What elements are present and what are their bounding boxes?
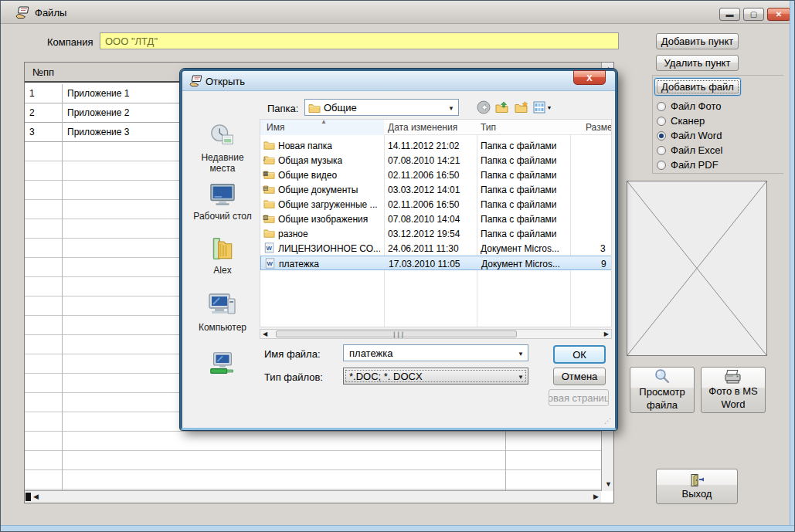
file-name: Общие изображения <box>278 214 368 225</box>
file-date: 07.08.2010 14:04 <box>388 214 460 225</box>
close-icon: X <box>586 73 592 83</box>
file-row[interactable]: ▦ Общие видео 02.11.2006 16:50 Папка с ф… <box>260 168 612 182</box>
file-name: разное <box>278 229 308 239</box>
row-name: Приложение 3 <box>67 127 129 137</box>
file-type: Папка с файлами <box>481 185 557 195</box>
radio-file-photo[interactable]: Файл Фото <box>657 100 721 112</box>
file-row[interactable]: ♪ Общая музыка 07.08.2010 14:21 Папка с … <box>260 153 612 168</box>
company-input[interactable]: ООО "ЛТД" <box>100 32 619 49</box>
sidebar-item-network[interactable] <box>187 351 258 379</box>
delete-item-button[interactable]: Удалить пункт <box>656 55 739 71</box>
scroll-right-icon[interactable]: ▶ <box>593 493 599 500</box>
radio-scanner[interactable]: Сканер <box>657 115 705 127</box>
user-folder-icon <box>209 236 236 261</box>
file-list-horizontal-scrollbar[interactable]: ◀ ┃┃┃ ▶ <box>260 329 612 339</box>
file-type-combobox[interactable]: *.DOC; *. DOCX ▼ <box>343 368 528 385</box>
file-name: Общая музыка <box>278 155 342 166</box>
file-name: Общие загруженные ... <box>278 199 378 210</box>
computer-icon <box>207 292 238 318</box>
chevron-down-icon: ▼ <box>518 374 524 381</box>
folder-combobox[interactable]: Общие ▼ <box>304 99 459 116</box>
sidebar-item-desktop[interactable]: Рабочий стол <box>187 182 258 222</box>
radio-label: Файл Фото <box>671 100 721 112</box>
back-button[interactable] <box>476 100 491 115</box>
table-empty-row <box>25 451 601 470</box>
file-row-selected[interactable]: платежка 17.03.2010 11:05 Документ Micro… <box>260 256 612 270</box>
scrollbar-thumb[interactable]: ┃┃┃ <box>276 330 517 337</box>
add-item-button[interactable]: Добавить пункт <box>656 33 739 49</box>
header-size[interactable]: Размер <box>586 122 612 133</box>
film-icon: ▦ <box>263 171 269 177</box>
file-row[interactable]: ▤ Общие документы 03.03.2012 14:01 Папка… <box>260 182 612 197</box>
scroll-down-icon[interactable]: ▼ <box>605 481 612 488</box>
row-num: 1 <box>29 88 35 99</box>
file-name-combobox[interactable]: платежка ▼ <box>343 344 528 361</box>
minimize-button[interactable]: ▬ <box>719 8 740 21</box>
photo-word-label-2: Word <box>722 399 746 411</box>
radio-file-excel[interactable]: Файл Excel <box>657 144 722 156</box>
ok-button[interactable]: ОК <box>553 345 606 364</box>
file-date: 17.03.2010 11:05 <box>389 259 460 269</box>
scroll-left-icon[interactable]: ◀ <box>33 493 39 500</box>
file-date: 14.11.2012 21:02 <box>388 141 460 151</box>
radio-icon <box>657 117 666 126</box>
file-name: ЛИЦЕНЗИОННОЕ СО... <box>278 243 380 254</box>
views-icon <box>533 101 545 114</box>
open-file-dialog: Открыть X Папка: Общие ▼ ▼ Недавниеместа… <box>180 69 617 430</box>
preview-file-button[interactable]: Просмотр файла <box>630 367 695 413</box>
dialog-close-button[interactable]: X <box>573 70 606 85</box>
photo-to-word-button[interactable]: Фото в MS Word <box>701 367 766 413</box>
maximize-icon: ▢ <box>750 11 757 19</box>
file-row[interactable]: Новая папка 14.11.2012 21:02 Папка с фай… <box>260 138 612 153</box>
table-horizontal-scrollbar[interactable]: ◀ ▶ <box>25 490 601 503</box>
file-date: 03.12.2012 19:54 <box>388 229 460 239</box>
folder-icon <box>263 140 275 151</box>
views-menu-button[interactable]: ▼ <box>532 100 552 115</box>
radio-file-pdf[interactable]: Файл PDF <box>657 159 719 171</box>
scrollbar-thumb[interactable] <box>25 493 31 501</box>
scrollbar-grip-icon: ┃┃┃ <box>392 332 405 338</box>
resize-grip-icon[interactable]: ⋰ <box>604 417 612 425</box>
dialog-icon <box>189 75 203 86</box>
sidebar-item-recent-places[interactable]: Недавниеместа <box>187 124 258 175</box>
file-type: Папка с файлами <box>481 170 557 181</box>
sidebar-label: Недавние <box>201 152 243 163</box>
sidebar-item-user[interactable]: Alex <box>187 236 258 276</box>
file-date: 02.11.2006 16:50 <box>388 170 460 181</box>
scroll-right-icon[interactable]: ▶ <box>604 331 609 337</box>
header-date[interactable]: Дата изменения <box>388 122 457 133</box>
header-type[interactable]: Тип <box>481 122 496 133</box>
header-name[interactable]: Имя <box>267 122 284 133</box>
ok-label: ОК <box>572 349 586 361</box>
file-name-value: платежка <box>349 347 392 359</box>
table-empty-row <box>25 470 601 490</box>
maximize-button[interactable]: ▢ <box>743 8 764 21</box>
up-level-button[interactable] <box>494 100 510 115</box>
placeholder-cross-icon <box>627 181 766 355</box>
file-row[interactable]: Общие загруженные ... 02.11.2006 16:50 П… <box>260 197 612 212</box>
add-file-button[interactable]: Добавить файл <box>654 78 741 96</box>
scroll-left-icon[interactable]: ◀ <box>263 331 267 337</box>
file-row[interactable]: ▨ Общие изображения 07.08.2010 14:04 Пап… <box>260 212 612 226</box>
exit-button[interactable]: Выход <box>656 469 738 504</box>
window-border-right <box>790 1 794 532</box>
exit-label: Выход <box>682 489 712 500</box>
chevron-down-icon: ▼ <box>448 106 454 112</box>
new-folder-icon <box>515 101 528 114</box>
cancel-button[interactable]: Отмена <box>553 368 606 385</box>
close-button[interactable]: ✕ <box>767 8 790 21</box>
file-name: Общие документы <box>278 185 358 195</box>
radio-file-word[interactable]: Файл Word <box>657 130 722 141</box>
new-folder-button[interactable] <box>514 100 529 115</box>
file-row[interactable]: ЛИЦЕНЗИОННОЕ СО... 24.06.2011 11:30 Доку… <box>260 241 612 256</box>
file-row[interactable]: разное 03.12.2012 19:54 Папка с файлами <box>260 226 612 241</box>
radio-icon <box>657 146 666 155</box>
sidebar-item-computer[interactable]: Компьютер <box>187 292 258 333</box>
file-list-header: ▲ Имя Дата изменения Тип Размер <box>260 120 611 135</box>
row-num: 3 <box>29 127 35 137</box>
file-type-value: *.DOC; *. DOCX <box>349 371 423 382</box>
dialog-titlebar[interactable]: Открыть X <box>182 71 615 91</box>
window-border-bottom <box>1 525 795 531</box>
main-titlebar[interactable]: Файлы ▬ ▢ ✕ <box>1 1 795 24</box>
chevron-down-icon: ▼ <box>518 351 524 357</box>
